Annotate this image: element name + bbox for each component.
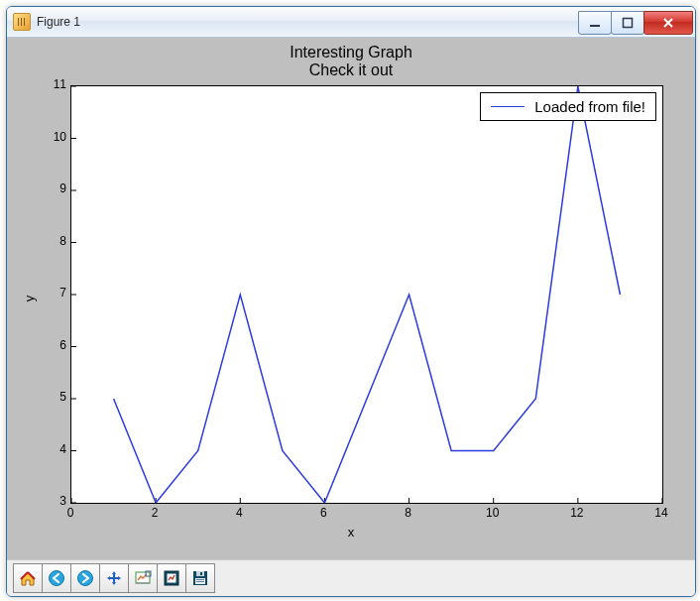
y-tick-label: 7 xyxy=(45,286,66,300)
save-button[interactable] xyxy=(186,563,215,593)
svg-rect-31 xyxy=(196,579,204,580)
y-tick-label: 4 xyxy=(45,442,66,456)
y-axis-label: y xyxy=(22,296,37,302)
y-tick-label: 11 xyxy=(45,77,66,91)
home-button[interactable] xyxy=(13,563,43,593)
app-icon xyxy=(13,13,31,31)
svg-point-20 xyxy=(78,571,93,586)
navigation-toolbar xyxy=(7,559,695,596)
x-tick-label: 2 xyxy=(147,506,163,520)
y-tick-label: 8 xyxy=(45,234,66,248)
window-title: Figure 1 xyxy=(37,15,80,29)
svg-rect-32 xyxy=(196,581,204,582)
y-tick-label: 3 xyxy=(45,494,66,508)
y-tick-label: 9 xyxy=(45,181,66,195)
back-button[interactable] xyxy=(43,563,71,593)
minimize-button[interactable] xyxy=(578,11,612,35)
x-tick-label: 6 xyxy=(315,506,331,520)
svg-rect-22 xyxy=(110,577,118,579)
x-tick-label: 8 xyxy=(401,506,416,520)
x-tick-label: 10 xyxy=(485,506,501,520)
legend-line-icon xyxy=(491,106,525,107)
chart-title-main: Interesting Graph xyxy=(290,44,412,61)
figure-canvas[interactable]: Interesting Graph Check it out y Loaded … xyxy=(7,38,695,559)
maximize-button[interactable] xyxy=(611,11,644,35)
y-tick-label: 10 xyxy=(45,130,66,144)
svg-rect-29 xyxy=(200,572,202,575)
chart-title: Interesting Graph Check it out xyxy=(290,44,412,80)
plot-area: Loaded from file! xyxy=(70,85,663,504)
x-axis-label: x xyxy=(348,525,355,540)
pan-button[interactable] xyxy=(100,563,129,593)
legend: Loaded from file! xyxy=(480,92,656,121)
subplots-button[interactable] xyxy=(158,563,186,593)
x-tick-label: 0 xyxy=(62,506,78,520)
svg-point-19 xyxy=(50,571,64,586)
forward-button[interactable] xyxy=(71,563,100,593)
titlebar[interactable]: Figure 1 xyxy=(7,7,695,38)
y-tick-label: 5 xyxy=(45,390,66,404)
svg-rect-1 xyxy=(624,19,633,28)
svg-rect-0 xyxy=(590,25,600,27)
zoom-button[interactable] xyxy=(129,563,158,593)
y-tick-label: 6 xyxy=(45,338,66,352)
x-tick-label: 4 xyxy=(231,506,247,520)
x-tick-label: 14 xyxy=(653,506,669,520)
close-button[interactable] xyxy=(643,11,693,35)
legend-label: Loaded from file! xyxy=(534,98,645,115)
x-tick-label: 12 xyxy=(569,506,585,520)
chart-subtitle: Check it out xyxy=(290,61,412,79)
figure-window: Figure 1 Interesting Graph Check it out xyxy=(6,6,696,597)
